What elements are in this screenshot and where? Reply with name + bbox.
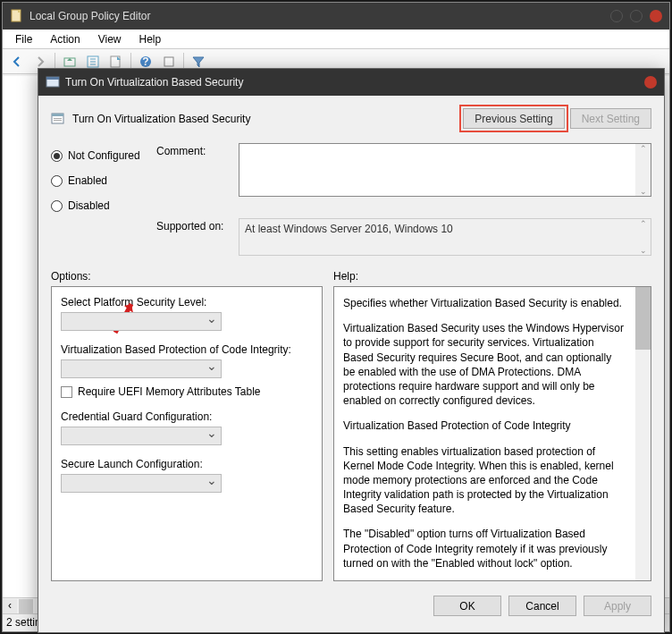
- svg-rect-13: [54, 120, 62, 121]
- vbpci-combo[interactable]: [61, 359, 222, 378]
- radio-icon: [51, 175, 63, 187]
- scrollbar-thumb[interactable]: [19, 599, 33, 613]
- uefi-checkbox-row[interactable]: Require UEFI Memory Attributes Table: [61, 385, 313, 398]
- help-label: Help:: [333, 270, 358, 283]
- dialog-title: Turn On Virtualization Based Security: [65, 76, 637, 89]
- help-text: Specifies whether Virtualization Based S…: [343, 296, 642, 571]
- platform-level-combo[interactable]: [61, 312, 222, 331]
- checkbox-icon: [61, 386, 72, 398]
- menu-help[interactable]: Help: [130, 31, 171, 47]
- svg-rect-9: [46, 77, 59, 80]
- scrollbar[interactable]: ⌃⌄: [635, 219, 651, 255]
- dialog-heading: Turn On Virtualization Based Security: [51, 112, 458, 126]
- radio-column: Not Configured Enabled Disabled: [51, 143, 156, 256]
- dialog-close-button[interactable]: [644, 76, 657, 89]
- radio-label: Enabled: [68, 174, 107, 187]
- scrollbar-thumb[interactable]: [635, 287, 651, 350]
- radio-label: Disabled: [68, 199, 110, 212]
- help-p4: This setting enables virtualization base…: [343, 444, 626, 517]
- policy-dialog: Turn On Virtualization Based Security Tu…: [38, 68, 665, 633]
- previous-setting-button[interactable]: Previous Setting: [463, 108, 564, 129]
- menubar: File Action View Help: [3, 30, 669, 49]
- vbpci-label: Virtualization Based Protection of Code …: [61, 343, 313, 356]
- minimize-button[interactable]: [610, 10, 623, 22]
- radio-disabled[interactable]: Disabled: [51, 193, 156, 218]
- supported-on-box: At least Windows Server 2016, Windows 10…: [239, 218, 651, 256]
- close-button[interactable]: [650, 10, 662, 22]
- dialog-header-row: Turn On Virtualization Based Security Pr…: [51, 108, 651, 129]
- svg-text:?: ?: [142, 55, 148, 68]
- radio-icon: [51, 200, 63, 212]
- comment-textarea[interactable]: ⌃⌄: [239, 143, 651, 197]
- radio-enabled[interactable]: Enabled: [51, 168, 156, 193]
- gpedit-icon: [10, 9, 24, 23]
- help-p1: Specifies whether Virtualization Based S…: [343, 296, 626, 310]
- svg-rect-12: [54, 118, 62, 119]
- apply-button[interactable]: Apply: [584, 596, 651, 616]
- help-p3: Virtualization Based Protection of Code …: [343, 418, 626, 433]
- radio-not-configured[interactable]: Not Configured: [51, 143, 156, 168]
- platform-level-label: Select Platform Security Level:: [61, 296, 313, 309]
- menu-file[interactable]: File: [6, 31, 41, 47]
- svg-rect-1: [18, 10, 21, 13]
- policy-item-icon: [51, 112, 65, 126]
- heading-text: Turn On Virtualization Based Security: [72, 113, 250, 125]
- back-button[interactable]: [6, 52, 28, 72]
- main-title: Local Group Policy Editor: [29, 10, 603, 22]
- scroll-left-icon[interactable]: ‹: [3, 599, 17, 613]
- dialog-button-row: OK Cancel Apply: [38, 581, 664, 629]
- scrollbar[interactable]: ⌃⌄: [635, 144, 651, 196]
- securelaunch-combo[interactable]: [61, 474, 222, 493]
- ok-button[interactable]: OK: [433, 596, 501, 616]
- options-label: Options:: [51, 270, 333, 283]
- comment-label: Comment:: [156, 145, 239, 199]
- help-scrollbar[interactable]: [635, 287, 651, 580]
- help-p5: The "Disabled" option turns off Virtuali…: [343, 527, 626, 571]
- dialog-titlebar: Turn On Virtualization Based Security: [38, 69, 664, 96]
- svg-rect-11: [52, 114, 63, 116]
- help-panel: Specifies whether Virtualization Based S…: [333, 286, 651, 581]
- options-panel: Select Platform Security Level: Virtuali…: [51, 286, 323, 581]
- label-column: Comment: Supported on:: [156, 143, 239, 256]
- policy-icon: [46, 75, 60, 89]
- credguard-label: Credential Guard Configuration:: [61, 410, 313, 423]
- help-p2: Virtualization Based Security uses the W…: [343, 321, 626, 408]
- cancel-button[interactable]: Cancel: [508, 596, 576, 616]
- menu-action[interactable]: Action: [41, 31, 88, 47]
- svg-rect-7: [164, 57, 173, 66]
- securelaunch-label: Secure Launch Configuration:: [61, 458, 313, 470]
- field-column: ⌃⌄ At least Windows Server 2016, Windows…: [239, 143, 651, 256]
- radio-label: Not Configured: [68, 149, 140, 162]
- uefi-label: Require UEFI Memory Attributes Table: [78, 385, 261, 398]
- main-titlebar: Local Group Policy Editor: [3, 3, 669, 30]
- maximize-button[interactable]: [630, 10, 643, 22]
- next-setting-button[interactable]: Next Setting: [570, 108, 651, 129]
- menu-view[interactable]: View: [89, 31, 130, 47]
- supported-on-text: At least Windows Server 2016, Windows 10: [245, 223, 453, 235]
- supported-label: Supported on:: [156, 220, 239, 232]
- credguard-combo[interactable]: [61, 427, 222, 445]
- radio-icon: [51, 150, 63, 162]
